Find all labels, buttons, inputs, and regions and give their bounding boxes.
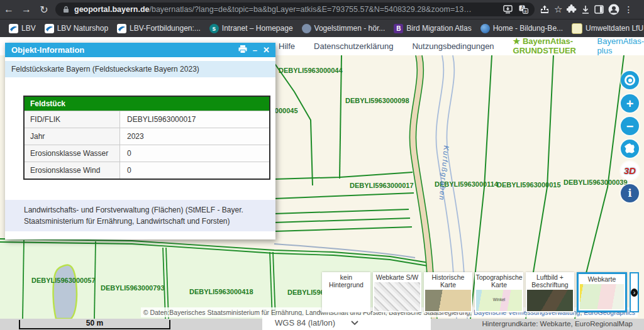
bookmark-label: LBV <box>21 24 36 33</box>
bookmark-intranet[interactable]: s Intranet – Homepage <box>209 24 293 33</box>
table-header: Feldstück <box>25 97 269 111</box>
lock-icon <box>63 6 69 13</box>
bookmark-star-icon[interactable]: ☆ <box>554 4 562 15</box>
basemap-label: kein Hintergrund <box>322 272 370 289</box>
basemap-label: Topographische Karte <box>475 272 523 289</box>
menu-dots-icon[interactable]: ⋮ <box>624 4 633 14</box>
bookmark-umweltdaten-lfu[interactable]: Umweltdaten LfU <box>572 23 643 34</box>
profile-avatar[interactable] <box>608 4 619 15</box>
reload-icon[interactable]: ↻ <box>35 4 53 16</box>
geolocate-icon <box>625 75 635 85</box>
basemap-option-kein-hintergrund[interactable]: kein Hintergrund <box>322 272 370 312</box>
close-icon[interactable]: ✕ <box>263 45 270 55</box>
print-icon[interactable] <box>238 45 247 55</box>
zoom-out-button[interactable]: − <box>621 117 639 135</box>
translate-icon[interactable]: A a <box>519 5 528 14</box>
zoom-in-button[interactable]: + <box>621 94 639 113</box>
basemap-label: Webkarte S/W <box>373 272 421 282</box>
sharepoint-favicon: s <box>209 24 219 33</box>
default-extent-button[interactable] <box>621 140 639 158</box>
row-key: Erosionsklasse Wind <box>25 162 120 179</box>
forward-icon[interactable]: → <box>18 4 35 15</box>
basemap-thumb-luftbild <box>527 290 573 311</box>
lbv-favicon <box>117 24 126 33</box>
feldstueck-table: Feldstück FID/FLIK DEBYLI5963000017 Jahr… <box>23 96 270 180</box>
info-button[interactable]: i <box>621 184 639 202</box>
bookmark-lbv-naturshop[interactable]: LBV Naturshop <box>45 24 108 33</box>
bird-atlas-favicon: B <box>394 24 403 33</box>
basemap-option-luftbild[interactable]: Luftbild + Beschriftung <box>526 272 574 312</box>
row-value: 0 <box>120 145 269 162</box>
lbv-favicon <box>9 24 18 33</box>
view-3d-button[interactable]: 3D <box>621 162 639 180</box>
row-value: 0 <box>120 162 269 179</box>
back-icon[interactable]: ← <box>0 4 18 15</box>
object-info-panel: Objekt-Information – ✕ Feldstückskarte B… <box>5 43 275 239</box>
parcel-label: DEBYLI5963000418 <box>189 288 253 295</box>
status-bar: 50 m WGS 84 (lat/lon) Hintergrundkarte: … <box>0 319 644 330</box>
plus-icon: + <box>626 97 634 110</box>
basemap-option-webkarte-sw[interactable]: Webkarte S/W <box>373 272 421 312</box>
basemap-selector: kein Hintergrund Webkarte S/W Historisch… <box>322 272 644 312</box>
lbv-favicon <box>45 24 54 33</box>
install-app-icon[interactable] <box>503 5 513 14</box>
bookmark-home-bildung[interactable]: Home - Bildung-Be... <box>480 24 563 33</box>
bookmark-lbv-fortbildungen[interactable]: LBV-Fortbildungen:... <box>117 24 201 33</box>
minimize-icon[interactable]: – <box>253 45 257 55</box>
basemap-thumb-blank <box>323 290 369 311</box>
parcel-label: DEBYLI5963000017 <box>350 182 414 189</box>
parcel-label: DEBYLI5963000044 <box>279 67 343 74</box>
extensions-puzzle-icon[interactable] <box>567 4 577 14</box>
table-row: Jahr 2023 <box>25 128 269 145</box>
row-key: Jahr <box>25 128 120 145</box>
menu-grundsteuer[interactable]: ★ BayernAtlas-GRUNDSTEUER <box>513 36 579 55</box>
view-3d-label: 3D <box>624 165 636 176</box>
row-value: 2023 <box>120 128 269 145</box>
panel-title: Objekt-Information <box>11 45 84 55</box>
parcel-label: DEBYLI5963000039 <box>564 179 628 186</box>
share-icon[interactable] <box>540 5 550 14</box>
bookmark-vogelstimmen[interactable]: Vogelstimmen - hör... <box>302 24 386 33</box>
basemap-option-topographische-karte[interactable]: Topographische Karte Winkel <box>475 272 523 312</box>
projection-dropdown[interactable]: WGS 84 (lat/lon) <box>262 316 431 330</box>
bookmark-label: Umweltdaten LfU <box>586 24 643 33</box>
scale-bar: 50 m <box>19 320 170 329</box>
basemap-label: Historische Karte <box>424 272 472 289</box>
bookmark-lbv[interactable]: LBV <box>9 24 36 33</box>
bookmark-label: Vogelstimmen - hör... <box>314 24 386 33</box>
parcel-label: DEBYLI5963000098 <box>345 97 409 104</box>
address-bar[interactable]: geoportal.bayern.de/bayernatlas/?lang=de… <box>55 3 535 16</box>
url-path: /bayernatlas/?lang=de&topic=ba&bgLayer=a… <box>149 5 476 14</box>
lfu-favicon <box>572 23 582 34</box>
browser-toolbar: ← → ↻ geoportal.bayern.de/bayernatlas/?l… <box>0 0 644 19</box>
layer-name: Feldstückskarte Bayern (Feldstueckskarte… <box>5 61 275 77</box>
background-layer-status: Hintergrundkarte: Webkarte, EuroRegional… <box>482 320 633 327</box>
parcel-label: DEBYLI5963000793 <box>101 284 165 292</box>
menu-hilfe[interactable]: Hilfe <box>279 41 295 51</box>
chevron-right-icon: › <box>631 289 638 297</box>
basemap-option-historische-karte[interactable]: Historische Karte <box>424 272 472 312</box>
menu-bayernatlas-plus[interactable]: BayernAtlas-plus <box>597 36 644 55</box>
panel-header[interactable]: Objekt-Information – ✕ <box>5 43 275 57</box>
basemap-label: Webkarte <box>579 274 625 283</box>
basemap-option-webkarte-selected[interactable]: Webkarte <box>577 272 627 312</box>
basemap-label: Luftbild + Beschriftung <box>526 272 574 289</box>
side-panel-icon[interactable] <box>594 5 604 14</box>
menu-nutzungsbedingungen[interactable]: Nutzungsbedingungen <box>412 41 494 51</box>
downloads-icon[interactable] <box>581 5 590 14</box>
basemap-thumb-topo: Winkel <box>476 290 522 311</box>
bavaria-outline-icon <box>625 143 635 154</box>
table-row: FID/FLIK DEBYLI5963000017 <box>25 111 269 128</box>
browser-window: DEBYLI5963000044 DEBYLI5963000045 DEBYLI… <box>0 0 644 330</box>
table-row: Erosionsklasse Wasser 0 <box>25 145 269 162</box>
row-value: DEBYLI5963000017 <box>120 111 269 128</box>
basemap-scroll-arrow[interactable]: › <box>630 272 639 312</box>
row-key: FID/FLIK <box>25 111 120 128</box>
chevron-down-icon <box>351 321 358 326</box>
bookmarks-bar: LBV LBV Naturshop LBV-Fortbildungen:... … <box>0 19 644 37</box>
menu-datenschutz[interactable]: Datenschutzerklärung <box>314 41 393 51</box>
bookmark-bird-migration-atlas[interactable]: B Bird Migration Atlas <box>394 24 471 33</box>
bookmark-label: Bird Migration Atlas <box>406 24 471 33</box>
geolocate-button[interactable] <box>621 71 639 89</box>
info-icon: i <box>628 187 631 199</box>
